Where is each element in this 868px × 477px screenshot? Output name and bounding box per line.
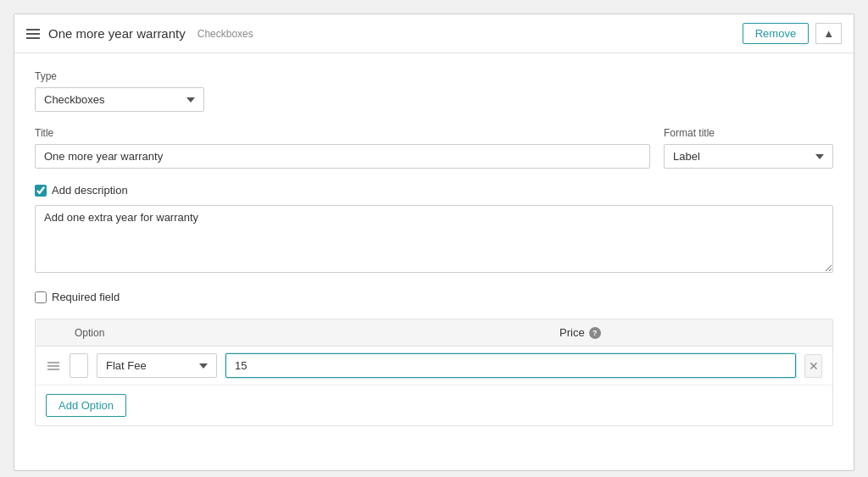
add-description-row: Add description xyxy=(35,184,833,197)
required-field-label[interactable]: Required field xyxy=(52,291,120,303)
format-title-group: Format title Label None Bold xyxy=(664,127,833,169)
warranty-card: One more year warranty Checkboxes Remove… xyxy=(14,14,854,471)
option-row: Flat Fee Percent Fixed Amount ✕ xyxy=(36,347,832,385)
title-label: Title xyxy=(35,127,650,139)
add-option-button[interactable]: Add Option xyxy=(46,394,126,417)
options-table: Option Price ? Flat Fee Percent xyxy=(35,319,833,426)
card-header: One more year warranty Checkboxes Remove… xyxy=(14,14,854,53)
description-group: Add one extra year for warranty xyxy=(35,205,833,275)
description-textarea[interactable]: Add one extra year for warranty xyxy=(35,205,833,273)
header-left: One more year warranty Checkboxes xyxy=(26,26,743,41)
options-table-header: Option Price ? xyxy=(36,319,832,347)
option-price-type-select[interactable]: Flat Fee Percent Fixed Amount xyxy=(97,353,217,378)
required-field-checkbox[interactable] xyxy=(35,291,47,303)
price-info-icon[interactable]: ? xyxy=(589,327,601,339)
format-title-select[interactable]: Label None Bold xyxy=(664,144,833,169)
price-col-header: Price ? xyxy=(559,326,788,339)
collapse-button[interactable]: ▲ xyxy=(815,23,842,44)
option-drag-handle[interactable] xyxy=(46,358,61,374)
add-description-label[interactable]: Add description xyxy=(52,184,128,197)
header-actions: Remove ▲ xyxy=(743,23,842,44)
card-body: Type Checkboxes Radio Select Text Date T… xyxy=(14,53,854,443)
type-label: Type xyxy=(35,70,833,82)
option-col-header: Option xyxy=(75,327,551,339)
option-delete-button[interactable]: ✕ xyxy=(804,354,822,378)
card-badge: Checkboxes xyxy=(198,28,253,40)
format-title-label: Format title xyxy=(664,127,833,139)
type-select[interactable]: Checkboxes Radio Select Text Date xyxy=(35,87,204,112)
title-row: Title Format title Label None Bold xyxy=(35,127,833,169)
option-price-value-input[interactable] xyxy=(225,353,796,378)
add-description-checkbox[interactable] xyxy=(35,185,47,197)
title-input[interactable] xyxy=(35,144,650,169)
title-group: Title xyxy=(35,127,650,169)
remove-button[interactable]: Remove xyxy=(743,23,809,44)
options-footer: Add Option xyxy=(36,385,832,425)
drag-handle-icon[interactable] xyxy=(26,29,40,39)
type-group: Type Checkboxes Radio Select Text Date xyxy=(35,70,833,112)
option-name-input[interactable] xyxy=(70,353,88,378)
required-field-row: Required field xyxy=(35,291,833,303)
card-title: One more year warranty xyxy=(48,26,186,41)
